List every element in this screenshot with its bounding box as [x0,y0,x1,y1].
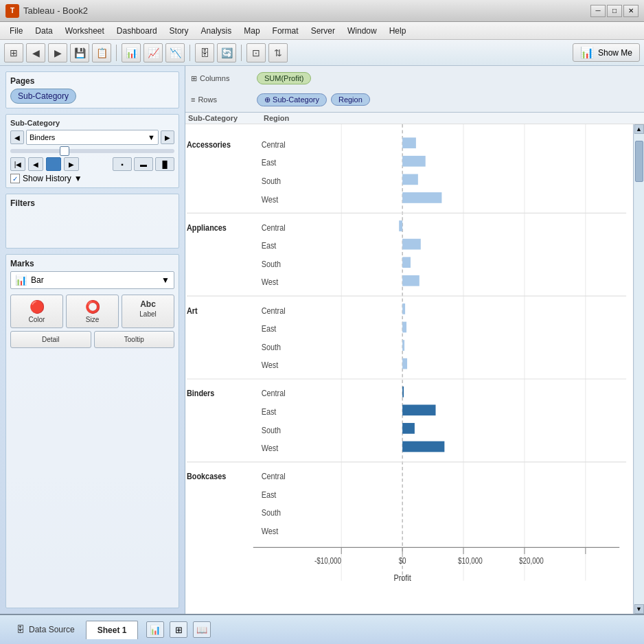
marks-section: Marks 📊 Bar ▼ 🔴 Color ⭕ Size Abc Label [5,254,179,608]
svg-text:Appliances: Appliances [187,222,227,233]
scrollbar-up-arrow[interactable]: ▲ [634,124,644,134]
subcategory-dropdown[interactable]: Binders ▼ [26,130,159,145]
svg-text:Profit: Profit [393,573,411,583]
toolbar-chart2-button[interactable]: 📈 [143,43,163,62]
close-button[interactable]: ✕ [623,5,639,17]
svg-rect-13 [402,192,441,203]
sheet1-tab[interactable]: Sheet 1 [86,621,139,639]
show-me-button[interactable]: 📊 Show Me [573,43,640,62]
toolbar-addsheet-button[interactable]: 📋 [92,43,111,62]
marks-detail-button[interactable]: Detail [10,331,91,348]
rows-shelf-row: ≡ Rows ⊕ Sub-Category Region [191,90,639,109]
show-history-dropdown[interactable]: ▼ [74,174,82,183]
menu-map[interactable]: Map [238,25,265,37]
svg-rect-27 [402,303,405,314]
marks-type-label: Bar [31,275,44,285]
scrollbar-track[interactable] [634,134,644,604]
menu-story[interactable]: Story [164,25,194,37]
svg-text:Binders: Binders [187,388,215,398]
marks-dropdown-arrow: ▼ [161,275,170,285]
toolbar-save-button[interactable]: 💾 [70,43,89,62]
menu-format[interactable]: Format [267,25,304,37]
rows-shelf-label: ≡ Rows [191,95,253,104]
marks-detail-label: Detail [42,336,60,343]
menu-window[interactable]: Window [342,25,382,37]
subcategory-nav-first[interactable]: |◀ [10,157,25,171]
minimize-button[interactable]: ─ [590,5,606,17]
scrollbar-thumb[interactable] [635,141,643,182]
toolbar-back-button[interactable]: ◀ [26,43,45,62]
menu-analysis[interactable]: Analysis [196,25,238,37]
toolbar-refresh-button[interactable]: 🔄 [217,43,236,62]
header-region: Region [264,114,319,122]
chart-content: Accessories Central East South West [185,124,644,614]
menu-data[interactable]: Data [30,25,58,37]
pages-section: Pages Sub-Category [5,71,179,108]
marks-title: Marks [10,259,174,268]
svg-text:Accessories: Accessories [187,139,231,150]
maximize-button[interactable]: □ [607,5,622,17]
svg-text:$10,000: $10,000 [458,557,483,566]
subcategory-size-large[interactable]: █ [155,157,174,171]
show-history-checkbox[interactable]: ✓ [10,174,20,183]
marks-label-button[interactable]: Abc Label [122,295,174,328]
svg-text:-$10,000: -$10,000 [314,557,341,566]
new-story-button[interactable]: 📖 [193,621,211,638]
show-history-label: Show History [23,174,71,183]
datasource-tab[interactable]: 🗄 Data Source [5,621,86,639]
marks-tooltip-button[interactable]: Tooltip [94,331,175,348]
marks-color-button[interactable]: 🔴 Color [10,295,63,328]
toolbar: ⊞ ◀ ▶ 💾 📋 📊 📈 📉 🗄 🔄 ⊡ ⇅ 📊 Show Me [0,40,644,66]
columns-shelf-row: ⊞ Columns SUM(Profit) [191,69,639,88]
chart-svg: Accessories Central East South West [185,124,633,614]
toolbar-datasource-button[interactable]: 🗄 [195,43,214,62]
menu-dashboard[interactable]: Dashboard [111,25,163,37]
subcategory-slider-thumb[interactable] [60,146,69,156]
svg-rect-21 [402,257,411,268]
subcategory-size-medium[interactable]: ▬ [134,157,153,171]
menu-server[interactable]: Server [306,25,341,37]
filters-title: Filters [10,198,174,208]
svg-rect-19 [402,239,421,250]
menu-file[interactable]: File [4,25,28,37]
bottom-bar: 🗄 Data Source Sheet 1 📊 ⊞ 📖 [0,614,644,644]
svg-text:Central: Central [262,305,286,315]
marks-type-dropdown[interactable]: 📊 Bar ▼ [10,271,174,289]
toolbar-chart-button[interactable]: 📊 [122,43,141,62]
rows-pill-2[interactable]: Region [331,93,370,106]
toolbar-forward-button[interactable]: ▶ [48,43,67,62]
bottom-icons: 📊 ⊞ 📖 [146,621,211,638]
new-sheet-button[interactable]: 📊 [146,621,164,638]
toolbar-swap-button[interactable]: ⇅ [268,43,288,62]
toolbar-fit-button[interactable]: ⊡ [246,43,266,62]
subcategory-nav-next[interactable]: ▶ [64,157,79,171]
svg-text:Central: Central [262,222,286,233]
rows-pill-1[interactable]: ⊕ Sub-Category [257,93,327,106]
datasource-label: Data Source [29,625,75,634]
toolbar-home-button[interactable]: ⊞ [4,43,23,62]
menu-help[interactable]: Help [384,25,412,37]
new-dashboard-button[interactable]: ⊞ [170,621,187,638]
svg-rect-41 [402,423,415,434]
subcategory-nav-prev[interactable]: ◀ [28,157,43,171]
chart-grid: Accessories Central East South West [185,124,633,614]
subcategory-next-button[interactable]: ▶ [161,130,174,144]
marks-tooltip-label: Tooltip [124,336,144,343]
size-icon: ⭕ [85,299,100,314]
subcategory-prev-button[interactable]: ◀ [10,130,24,144]
svg-rect-31 [402,340,404,351]
subcategory-control: ◀ Binders ▼ ▶ [10,130,174,145]
svg-text:East: East [262,240,277,251]
subcategory-slider-track[interactable] [10,149,174,153]
svg-text:East: East [262,323,277,334]
vertical-scrollbar[interactable]: ▲ ▼ [633,124,644,614]
toolbar-chart3-button[interactable]: 📉 [165,43,185,62]
subcategory-size-small[interactable]: ▪ [113,157,132,171]
svg-rect-29 [402,322,406,333]
marks-size-button[interactable]: ⭕ Size [66,295,119,328]
menu-worksheet[interactable]: Worksheet [60,25,110,37]
filters-section: Filters [5,194,179,249]
scrollbar-down-arrow[interactable]: ▼ [634,604,644,614]
columns-pill[interactable]: SUM(Profit) [257,72,311,84]
pages-pill[interactable]: Sub-Category [10,89,76,104]
